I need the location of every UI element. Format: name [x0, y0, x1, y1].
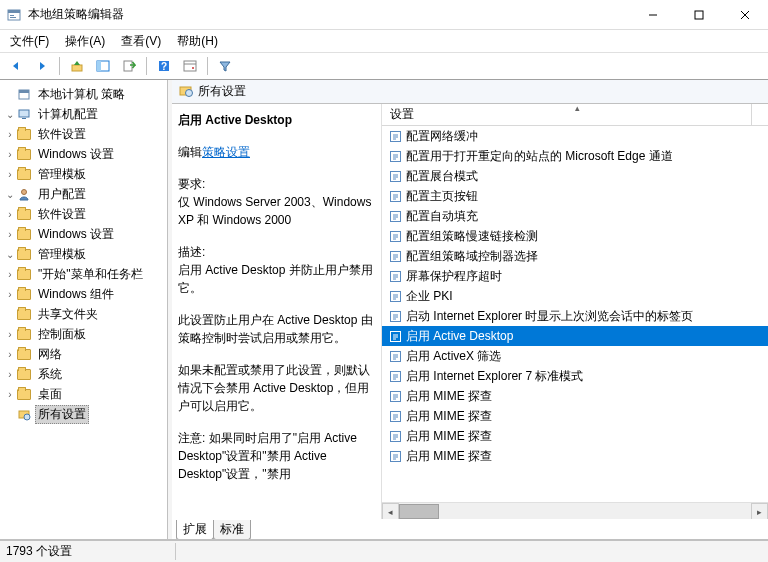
- tree-item[interactable]: ›软件设置: [2, 124, 165, 144]
- close-button[interactable]: [722, 0, 768, 30]
- expand-icon[interactable]: ›: [4, 169, 16, 180]
- expand-icon[interactable]: ›: [4, 349, 16, 360]
- column-header-setting[interactable]: 设置: [382, 106, 751, 123]
- menu-view[interactable]: 查看(V): [117, 31, 165, 52]
- expand-icon[interactable]: ›: [4, 129, 16, 140]
- svg-point-25: [186, 90, 193, 97]
- tree-admin-templates[interactable]: ⌄管理模板: [2, 244, 165, 264]
- scroll-right-button[interactable]: ▸: [751, 503, 768, 519]
- list-row[interactable]: 企业 PKI: [382, 286, 768, 306]
- menu-file[interactable]: 文件(F): [6, 31, 53, 52]
- tree-item[interactable]: ›Windows 设置: [2, 144, 165, 164]
- policy-root-icon: [16, 86, 32, 102]
- folder-icon: [16, 286, 32, 302]
- collapse-icon[interactable]: ⌄: [4, 249, 16, 260]
- settings-node-icon: [178, 82, 194, 101]
- tree-item[interactable]: ›控制面板: [2, 324, 165, 344]
- list-row[interactable]: 启用 ActiveX 筛选: [382, 346, 768, 366]
- status-bar: 1793 个设置: [0, 540, 768, 562]
- svg-rect-3: [10, 17, 16, 18]
- help-button[interactable]: ?: [152, 55, 176, 77]
- policy-setting-icon: [388, 209, 402, 223]
- list-row[interactable]: 启用 MIME 探查: [382, 406, 768, 426]
- policy-setting-icon: [388, 289, 402, 303]
- list-item-label: 配置网络缓冲: [406, 128, 478, 145]
- list-row[interactable]: 启用 Internet Explorer 7 标准模式: [382, 366, 768, 386]
- detail-description: 描述: 启用 Active Desktop 并防止用户禁用它。: [178, 243, 375, 297]
- folder-icon: [16, 366, 32, 382]
- list-row[interactable]: 启用 MIME 探查: [382, 386, 768, 406]
- show-hide-tree-button[interactable]: [91, 55, 115, 77]
- forward-button[interactable]: [30, 55, 54, 77]
- list-item-label: 启用 ActiveX 筛选: [406, 348, 501, 365]
- policy-setting-icon: [388, 229, 402, 243]
- expand-icon[interactable]: ›: [4, 149, 16, 160]
- list-row[interactable]: 启用 MIME 探查: [382, 446, 768, 466]
- description-text: 启用 Active Desktop 并防止用户禁用它。: [178, 261, 375, 297]
- policy-setting-icon: [388, 409, 402, 423]
- list-row[interactable]: 配置自动填充: [382, 206, 768, 226]
- expand-icon[interactable]: ›: [4, 389, 16, 400]
- content-header: 所有设置: [172, 80, 768, 104]
- list-row[interactable]: 配置主页按钮: [382, 186, 768, 206]
- tree-item[interactable]: ›软件设置: [2, 204, 165, 224]
- list-row[interactable]: 配置组策略慢速链接检测: [382, 226, 768, 246]
- tab-extended[interactable]: 扩展: [176, 520, 214, 539]
- tree-all-settings[interactable]: 所有设置: [2, 404, 165, 424]
- maximize-button[interactable]: [676, 0, 722, 30]
- list-row[interactable]: 屏幕保护程序超时: [382, 266, 768, 286]
- back-button[interactable]: [4, 55, 28, 77]
- settings-list[interactable]: 配置网络缓冲配置用于打开重定向的站点的 Microsoft Edge 通道配置展…: [382, 126, 768, 502]
- filter-button[interactable]: [213, 55, 237, 77]
- collapse-icon[interactable]: ⌄: [4, 109, 16, 120]
- horizontal-scrollbar[interactable]: ◂ ▸: [382, 502, 768, 519]
- up-tree-button[interactable]: [65, 55, 89, 77]
- tree-item[interactable]: ›Windows 组件: [2, 284, 165, 304]
- options-button[interactable]: [178, 55, 202, 77]
- navigation-tree[interactable]: 本地计算机 策略 ⌄ 计算机配置 ›软件设置 ›Windows 设置: [0, 80, 168, 539]
- tree-item[interactable]: 共享文件夹: [2, 304, 165, 324]
- menu-bar: 文件(F) 操作(A) 查看(V) 帮助(H): [0, 30, 768, 52]
- minimize-button[interactable]: [630, 0, 676, 30]
- menu-help[interactable]: 帮助(H): [173, 31, 222, 52]
- tree-label: 软件设置: [35, 125, 89, 144]
- scroll-thumb[interactable]: [399, 504, 439, 519]
- export-list-button[interactable]: [117, 55, 141, 77]
- policy-setting-icon: [388, 269, 402, 283]
- tree-item[interactable]: ›管理模板: [2, 164, 165, 184]
- tree-item[interactable]: ›网络: [2, 344, 165, 364]
- expand-icon[interactable]: ›: [4, 329, 16, 340]
- tree-root[interactable]: 本地计算机 策略: [2, 84, 165, 104]
- scroll-track[interactable]: [399, 503, 751, 519]
- expand-icon[interactable]: ›: [4, 229, 16, 240]
- list-row[interactable]: 启用 MIME 探查: [382, 426, 768, 446]
- list-row[interactable]: 配置用于打开重定向的站点的 Microsoft Edge 通道: [382, 146, 768, 166]
- tree-label: 软件设置: [35, 205, 89, 224]
- list-row[interactable]: 配置组策略域控制器选择: [382, 246, 768, 266]
- svg-rect-1: [8, 10, 20, 13]
- edit-policy-link[interactable]: 策略设置: [202, 145, 250, 159]
- tab-standard[interactable]: 标准: [213, 520, 251, 539]
- expand-icon[interactable]: ›: [4, 269, 16, 280]
- list-item-label: 启用 MIME 探查: [406, 428, 492, 445]
- scroll-left-button[interactable]: ◂: [382, 503, 399, 519]
- list-header[interactable]: ▴ 设置: [382, 104, 768, 126]
- list-row[interactable]: 配置展台模式: [382, 166, 768, 186]
- tree-item[interactable]: ›Windows 设置: [2, 224, 165, 244]
- list-row[interactable]: 启用 Active Desktop: [382, 326, 768, 346]
- svg-point-21: [22, 190, 27, 195]
- folder-icon: [16, 346, 32, 362]
- expand-icon[interactable]: ›: [4, 369, 16, 380]
- tree-computer-config[interactable]: ⌄ 计算机配置: [2, 104, 165, 124]
- collapse-icon[interactable]: ⌄: [4, 189, 16, 200]
- expand-icon[interactable]: ›: [4, 209, 16, 220]
- status-count: 1793 个设置: [6, 543, 176, 560]
- tree-item[interactable]: ›桌面: [2, 384, 165, 404]
- tree-user-config[interactable]: ⌄ 用户配置: [2, 184, 165, 204]
- list-row[interactable]: 配置网络缓冲: [382, 126, 768, 146]
- tree-item[interactable]: ›"开始"菜单和任务栏: [2, 264, 165, 284]
- expand-icon[interactable]: ›: [4, 289, 16, 300]
- list-row[interactable]: 启动 Internet Explorer 时显示上次浏览会话中的标签页: [382, 306, 768, 326]
- tree-item[interactable]: ›系统: [2, 364, 165, 384]
- menu-action[interactable]: 操作(A): [61, 31, 109, 52]
